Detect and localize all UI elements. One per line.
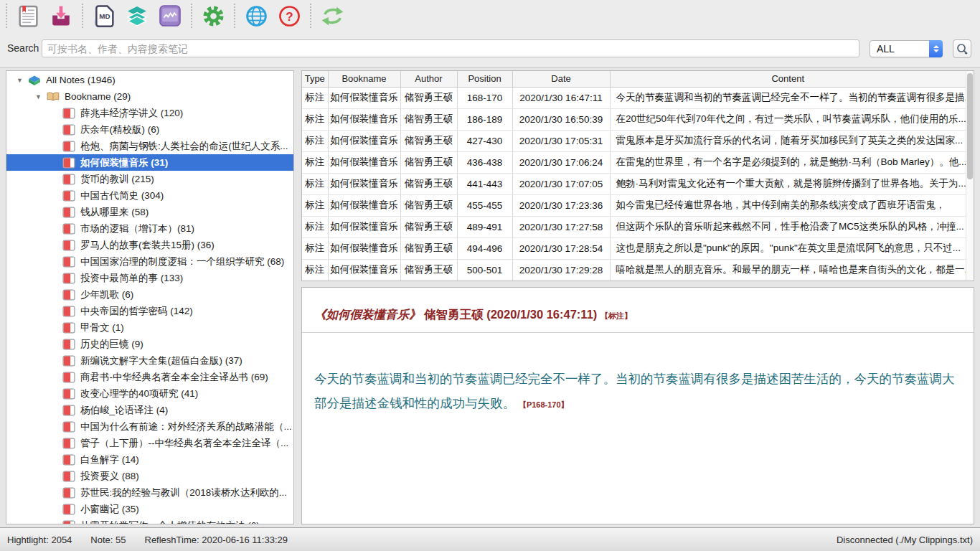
sidebar-item[interactable]: ▼ 枪炮、病菌与钢铁:人类社会的命运(世纪人文系... bbox=[6, 138, 293, 154]
note-detail-body: 今天的节奏蓝调和当初的节奏蓝调已经完全不一样了。当初的节奏蓝调有很多是描述困苦生… bbox=[302, 333, 974, 417]
column-header-date[interactable]: Date bbox=[512, 71, 610, 87]
notes-document-button[interactable] bbox=[14, 2, 42, 29]
svg-text:?: ? bbox=[286, 9, 293, 23]
table-cell: 2020/1/30 17:28:54 bbox=[512, 237, 610, 259]
table-row[interactable]: 标注如何假装懂音乐储智勇王硕489-4912020/1/30 17:27:58但… bbox=[302, 216, 966, 237]
sidebar-item[interactable]: ▼ 市场的逻辑（增订本）(81) bbox=[6, 220, 293, 237]
notes-table-panel: TypeBooknameAuthorPositionDateContent 标注… bbox=[301, 70, 974, 281]
table-cell: 储智勇王硕 bbox=[400, 108, 457, 130]
table-cell: 标注 bbox=[302, 259, 328, 281]
sidebar-item-label: All Notes (1946) bbox=[46, 75, 116, 85]
column-header-author[interactable]: Author bbox=[400, 71, 457, 87]
sidebar-item-label: 甲骨文 (1) bbox=[80, 321, 124, 334]
sidebar-item[interactable]: ▼ 钱从哪里来 (58) bbox=[6, 204, 293, 220]
status-bar: Hightlight: 2054 Note: 55 RefleshTime: 2… bbox=[0, 527, 980, 551]
sidebar-item[interactable]: ▼ 商君书-中华经典名著全本全注全译丛书 (69) bbox=[6, 369, 293, 385]
sidebar-item[interactable]: ▼ 货币的教训 (215) bbox=[6, 171, 293, 187]
book-icon bbox=[62, 520, 75, 525]
table-cell: 如何假装懂音乐 bbox=[328, 216, 400, 237]
book-icon bbox=[62, 157, 75, 169]
table-row[interactable]: 标注如何假装懂音乐储智勇王硕436-4382020/1/30 17:06:24在… bbox=[302, 151, 966, 173]
table-cell: 427-430 bbox=[457, 130, 512, 151]
open-book-icon bbox=[47, 91, 60, 103]
import-clippings-button[interactable] bbox=[47, 2, 75, 29]
sidebar-item[interactable]: ▼ 中央帝国的哲学密码 (142) bbox=[6, 303, 293, 319]
sidebar-tree: ▼ All Notes (1946)▼ Bookname (29)▼ 薛兆丰经济… bbox=[6, 71, 293, 524]
sidebar-item[interactable]: ▼ 庆余年(精校版) (6) bbox=[6, 121, 293, 138]
all-notes-book-icon bbox=[28, 75, 41, 86]
toolbar-separator bbox=[310, 4, 311, 28]
table-cell: 500-501 bbox=[457, 259, 512, 281]
detail-datetime: (2020/1/30 16:47:11) bbox=[486, 308, 597, 321]
note-detail-panel: 《如何假装懂音乐》 储智勇王硕 (2020/1/30 16:47:11) 【标注… bbox=[301, 287, 974, 524]
column-header-bookname[interactable]: Bookname bbox=[328, 71, 400, 87]
sidebar-item[interactable]: ▼ 中国为什么有前途：对外经济关系的战略潜能（... bbox=[6, 418, 293, 435]
table-cell: 如今雷鬼已经传遍世界各地，其中传到南美的那条线演变成了西班牙语雷鬼， bbox=[610, 194, 966, 216]
sidebar-item[interactable]: ▼ 新编说文解字大全集(超值白金版) (37) bbox=[6, 352, 293, 369]
table-cell: 489-491 bbox=[457, 216, 512, 237]
sidebar-item[interactable]: ▼ 投资要义 (88) bbox=[6, 468, 293, 484]
sidebar-item-selected[interactable]: ▼ 如何假装懂音乐 (31) bbox=[6, 154, 293, 171]
disclosure-triangle-icon[interactable]: ▼ bbox=[17, 77, 28, 84]
sidebar-item[interactable]: ▼ 苏世民:我的经验与教训（2018读桥水达利欧的... bbox=[6, 484, 293, 501]
select-stepper-icon bbox=[929, 40, 943, 57]
table-row[interactable]: 标注如何假装懂音乐储智勇王硕186-1892020/1/30 16:50:39在… bbox=[302, 108, 966, 130]
book-icon bbox=[62, 438, 75, 449]
table-row[interactable]: 标注如何假装懂音乐储智勇王硕455-4552020/1/30 17:23:36如… bbox=[302, 194, 966, 216]
sidebar-item[interactable]: ▼ 甲骨文 (1) bbox=[6, 319, 293, 336]
sidebar-item[interactable]: ▼ 中国古代简史 (304) bbox=[6, 187, 293, 204]
sync-refresh-button[interactable] bbox=[319, 2, 346, 29]
table-cell: 储智勇王硕 bbox=[400, 130, 457, 151]
sidebar-item[interactable]: ▼ 投资中最简单的事 (133) bbox=[6, 270, 293, 286]
sidebar-item[interactable]: ▼ 中国国家治理的制度逻辑：一个组织学研究 (68) bbox=[6, 253, 293, 270]
sidebar-item[interactable]: ▼ 从零开始学写作：个人增值的有效方法 (6) bbox=[6, 517, 293, 524]
sidebar-item[interactable]: ▼ 罗马人的故事(套装共15册) (36) bbox=[6, 237, 293, 253]
search-button[interactable] bbox=[953, 39, 971, 58]
sidebar-item[interactable]: ▼ 历史的巨镜 (9) bbox=[6, 336, 293, 352]
column-header-position[interactable]: Position bbox=[457, 71, 512, 87]
help-question-icon: ? bbox=[278, 5, 301, 27]
detail-book-title: 《如何假装懂音乐》 bbox=[314, 308, 421, 321]
table-row[interactable]: 标注如何假装懂音乐储智勇王硕427-4302020/1/30 17:05:31雷… bbox=[302, 130, 966, 151]
table-scrollbar-thumb[interactable] bbox=[967, 73, 973, 179]
sidebar-item-label: 中国古代简史 (304) bbox=[80, 189, 164, 202]
table-cell: 储智勇王硕 bbox=[400, 173, 457, 194]
detail-type-tag: 【标注】 bbox=[600, 311, 632, 320]
table-cell: 今天的节奏蓝调和当初的节奏蓝调已经完全不一样了。当初的节奏蓝调有很多是描... bbox=[610, 87, 966, 108]
sidebar-item[interactable]: ▼ 小窗幽记 (35) bbox=[6, 501, 293, 517]
sidebar-item[interactable]: ▼ 改变心理学的40项研究 (41) bbox=[6, 385, 293, 402]
table-row[interactable]: 标注如何假装懂音乐储智勇王硕500-5012020/1/30 17:29:28嘻… bbox=[302, 259, 966, 281]
sidebar-item[interactable]: ▼ Bookname (29) bbox=[6, 88, 293, 105]
settings-button[interactable] bbox=[199, 2, 227, 29]
sidebar-item-label: 少年凯歌 (6) bbox=[80, 288, 133, 301]
book-icon bbox=[62, 372, 75, 383]
disclosure-triangle-icon[interactable]: ▼ bbox=[35, 93, 47, 100]
sidebar-item[interactable]: ▼ 少年凯歌 (6) bbox=[6, 286, 293, 303]
table-cell: 436-438 bbox=[457, 151, 512, 173]
sidebar-item-label: 苏世民:我的经验与教训（2018读桥水达利欧的... bbox=[80, 486, 287, 499]
search-scope-select[interactable]: ALL bbox=[870, 40, 943, 57]
website-button[interactable] bbox=[242, 2, 270, 29]
table-cell: 标注 bbox=[302, 130, 328, 151]
column-header-type[interactable]: Type bbox=[302, 71, 328, 87]
statistics-button[interactable] bbox=[156, 2, 184, 29]
table-row[interactable]: 标注如何假装懂音乐储智勇王硕168-1702020/1/30 16:47:11今… bbox=[302, 87, 966, 108]
table-scrollbar[interactable] bbox=[966, 71, 974, 281]
table-cell: 嘻哈就是黑人的朋克音乐。和最早的朋克一样，嘻哈也是来自街头的文化，都是一... bbox=[610, 259, 966, 281]
table-row[interactable]: 标注如何假装懂音乐储智勇王硕494-4962020/1/30 17:28:54这… bbox=[302, 237, 966, 259]
sidebar-item[interactable]: ▼ All Notes (1946) bbox=[6, 72, 293, 88]
sidebar-item[interactable]: ▼ 薛兆丰经济学讲义 (120) bbox=[6, 105, 293, 121]
column-header-content[interactable]: Content bbox=[610, 71, 966, 87]
table-cell: 雷鬼原本是牙买加流行音乐的代名词，随着牙买加移民到了英美之类的发达国家... bbox=[610, 130, 966, 151]
search-input[interactable] bbox=[42, 39, 859, 57]
sidebar-item[interactable]: ▼ 白鱼解字 (14) bbox=[6, 451, 293, 468]
markdown-export-button[interactable]: MD bbox=[90, 2, 118, 29]
table-row[interactable]: 标注如何假装懂音乐储智勇王硕441-4432020/1/30 17:07:05鲍… bbox=[302, 173, 966, 194]
book-icon bbox=[62, 322, 75, 334]
book-icon bbox=[62, 141, 75, 152]
layers-export-button[interactable] bbox=[123, 2, 151, 29]
sidebar-item[interactable]: ▼ 管子（上下册）--中华经典名著全本全注全译（... bbox=[6, 435, 293, 451]
sidebar-item[interactable]: ▼ 杨伯峻_论语译注 (4) bbox=[6, 402, 293, 418]
sidebar-item-label: 改变心理学的40项研究 (41) bbox=[80, 387, 198, 400]
help-button[interactable]: ? bbox=[275, 2, 303, 29]
